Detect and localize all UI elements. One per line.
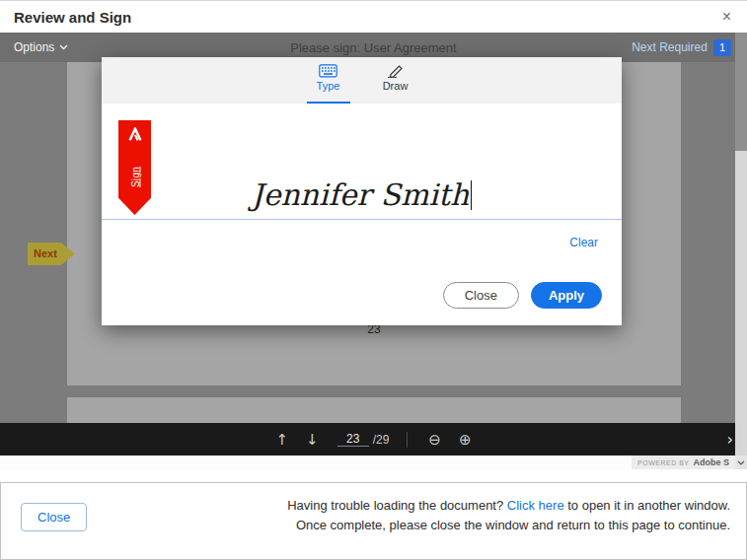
signature-baseline <box>102 219 622 220</box>
pen-icon <box>387 64 405 78</box>
signature-dialog-buttons: Close Apply <box>443 282 602 309</box>
zoom-out-icon[interactable]: ⊖ <box>419 431 450 449</box>
page-down-icon[interactable]: ↓ <box>297 431 328 449</box>
help-text-after: to open it in another window. <box>564 498 730 513</box>
pager-controls: ↑ ↓ /29 ⊖ ⊕ <box>267 431 481 449</box>
caret-down-icon <box>737 460 745 465</box>
signature-text-field[interactable]: Jennifer Smith <box>102 177 622 212</box>
pager-toolbar: ↑ ↓ /29 ⊖ ⊕ › <box>0 423 747 455</box>
scrollbar-down-button[interactable] <box>735 455 747 469</box>
powered-by: POWERED BY Adobe S <box>632 455 735 469</box>
footer-help-line2: Once complete, please close the window a… <box>287 516 730 535</box>
tab-draw[interactable]: Draw <box>374 57 417 104</box>
text-cursor <box>471 180 472 210</box>
tab-type-label: Type <box>317 80 340 92</box>
signature-tabs: Type Draw <box>102 57 622 104</box>
window-close-icon[interactable]: × <box>718 1 735 33</box>
page-number-input[interactable] <box>337 432 369 447</box>
next-required[interactable]: Next Required 1 <box>632 39 731 56</box>
adobe-logo-icon <box>126 127 143 142</box>
signature-apply-button[interactable]: Apply <box>531 282 602 309</box>
window-titlebar: Review and Sign × <box>0 1 747 33</box>
powered-by-label: POWERED BY <box>637 459 689 466</box>
zoom-in-icon[interactable]: ⊕ <box>450 431 481 449</box>
page-up-icon[interactable]: ↑ <box>267 431 298 449</box>
brand-label: Adobe S <box>693 457 729 467</box>
tab-draw-label: Draw <box>383 80 409 92</box>
options-menu[interactable]: Options <box>14 40 68 54</box>
pager-divider <box>407 432 408 448</box>
footer-help-text: Having trouble loading the document? Cli… <box>287 496 730 535</box>
signature-value: Jennifer Smith <box>252 177 470 212</box>
help-text-before: Having trouble loading the document? <box>287 498 507 513</box>
window-title: Review and Sign <box>14 9 131 26</box>
scrollbar-thumb[interactable] <box>735 33 747 151</box>
open-new-window-link[interactable]: Click here <box>507 498 564 513</box>
document-page-next <box>67 397 681 423</box>
footer-help-line1: Having trouble loading the document? Cli… <box>287 496 730 516</box>
next-required-badge: 1 <box>713 39 731 56</box>
footer-bar: Close Having trouble loading the documen… <box>0 482 747 560</box>
chevron-down-icon <box>59 44 68 50</box>
signature-close-button[interactable]: Close <box>443 282 519 309</box>
signature-dialog: Type Draw Sign Jennifer Smith Clear Clos… <box>102 57 622 325</box>
powered-by-strip: POWERED BY Adobe S <box>0 455 735 469</box>
options-label: Options <box>14 40 54 54</box>
keyboard-icon <box>319 64 337 78</box>
vertical-scrollbar[interactable] <box>735 33 747 469</box>
next-required-label[interactable]: Next Required <box>632 40 708 54</box>
footer-close-button[interactable]: Close <box>21 503 87 531</box>
clear-signature-link[interactable]: Clear <box>569 236 598 249</box>
page-total-label: /29 <box>373 433 390 447</box>
tab-type[interactable]: Type <box>307 57 350 104</box>
expand-panel-icon[interactable]: › <box>727 423 733 455</box>
